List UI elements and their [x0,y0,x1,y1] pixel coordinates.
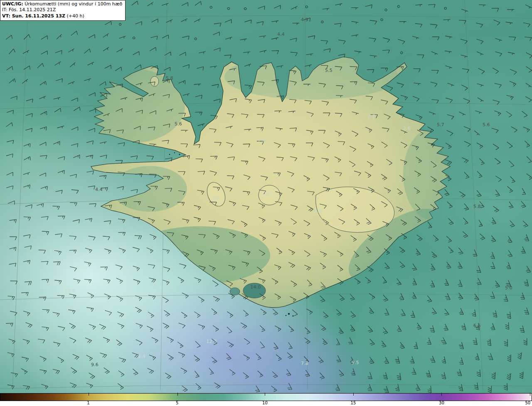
wind-barb [506,111,512,117]
wind-barb [432,37,439,40]
wind-barb [292,310,298,316]
wind-barb [89,128,95,132]
wind-barb [523,127,530,132]
wind-barb [117,186,124,190]
wind-barb [243,310,249,316]
wind-barb [245,85,252,89]
wind-barb [212,308,217,315]
wind-barb [525,5,532,8]
wind-barb [58,170,64,174]
wind-barb [23,260,30,264]
wind-barb [271,21,278,23]
wind-barb [508,52,515,55]
wind-barb [68,81,75,84]
wind-barb [395,384,399,391]
wind-barb [384,357,389,364]
wind-barb [118,219,125,223]
wind-barb [23,311,30,316]
colorbar-tick-mark [353,393,354,396]
wind-barb [136,323,143,328]
wind-barb [524,308,529,314]
myrdalsjokull-icecap [243,283,266,298]
wind-barb [412,368,416,374]
wind-barb [477,190,481,196]
wind-barb [412,36,419,39]
wind-barb [225,37,232,39]
wind-barb [320,296,325,302]
wind-barb [195,95,202,99]
wind-barb [88,62,94,65]
wind-barb [383,295,388,301]
wind-barb [368,326,373,332]
wind-barb [370,55,377,57]
wind-barb [7,110,13,114]
wind-barb [23,235,30,238]
wind-barb [351,35,358,37]
colorbar-tick-mark [530,393,530,396]
wind-barb [163,267,170,272]
wind-barb [7,352,15,357]
wind-barb [6,323,13,326]
wind-barb [401,95,407,100]
wind-barb [99,175,106,179]
wind-barb [195,312,201,318]
wind-barb [480,201,484,208]
wind-barb [336,309,342,316]
wind-barb [526,83,532,87]
wind-barb [507,355,511,362]
wind-barb [181,312,187,318]
wind-barb [70,203,77,206]
wind-barb [195,341,200,347]
wind-barb [57,126,64,128]
wind-barb [395,357,400,363]
wind-barb [507,186,513,193]
wind-barb [132,353,139,358]
wind-barb [477,369,480,377]
wind-barb [417,235,423,241]
wind-barb [135,65,141,68]
wind-barb [367,384,372,391]
wind-barb [413,96,419,101]
wind-barb [448,247,453,253]
colorbar-tick-label: 30 [439,401,444,405]
wind-barb [182,2,188,6]
wind-barb [55,62,61,66]
wind-barb [492,218,496,224]
wind-barb [194,84,201,86]
wind-barb [179,323,185,328]
wind-barb [477,143,483,149]
wind-barb [133,279,140,284]
wind-barb [6,66,13,70]
wind-barb [488,353,493,360]
wind-barb [506,280,511,287]
wind-barb [287,352,293,359]
wind-barb [244,355,250,360]
wind-barb [382,276,387,283]
wind-barb [464,127,470,132]
wind-barb [397,83,404,87]
wind-barb [40,356,47,362]
wind-barb [58,216,65,219]
wind-barb [308,36,315,39]
wind-barb [491,235,496,242]
wind-barb [39,250,46,254]
wind-barb [351,369,355,375]
wind-barb [164,311,170,316]
wind-barb [488,386,492,393]
wind-barb [84,279,91,283]
wind-barb [416,384,420,391]
wind-barb [291,6,297,10]
wind-barb [89,324,96,329]
wind-barb [88,293,94,298]
wind-barb [25,246,32,249]
wind-barb [444,279,449,286]
wind-barb [431,82,437,87]
wind-barb [441,338,446,344]
wind-barb [198,124,204,126]
wind-barb [487,339,491,346]
wind-barb [261,309,266,315]
wind-barb [464,204,469,210]
wind-barb [493,206,499,212]
wind-barb [148,312,154,318]
wind-barb [152,19,158,23]
